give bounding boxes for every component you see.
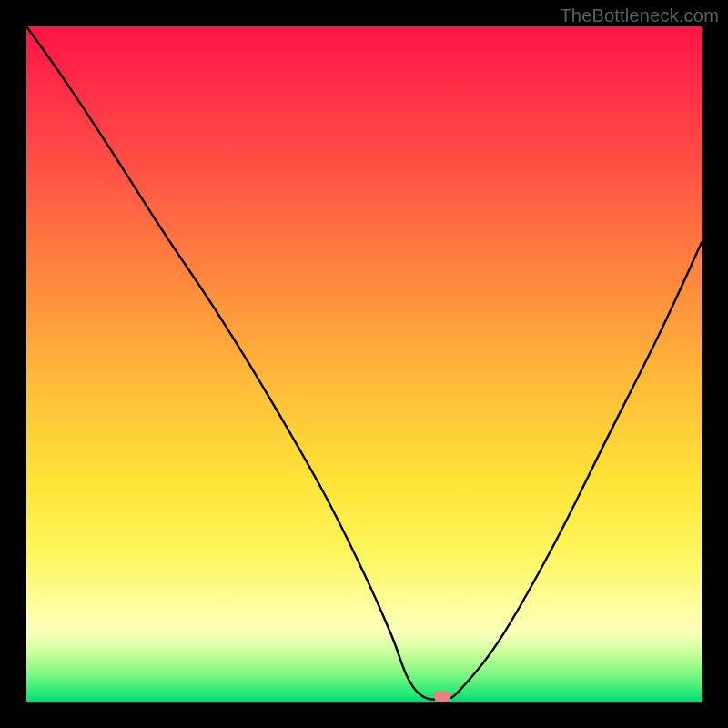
bottleneck-curve (26, 26, 702, 700)
chart-frame: TheBottleneck.com (0, 0, 728, 728)
plot-area (26, 26, 702, 702)
watermark-text: TheBottleneck.com (560, 5, 719, 26)
curve-layer (26, 26, 702, 702)
optimum-marker (434, 691, 451, 702)
